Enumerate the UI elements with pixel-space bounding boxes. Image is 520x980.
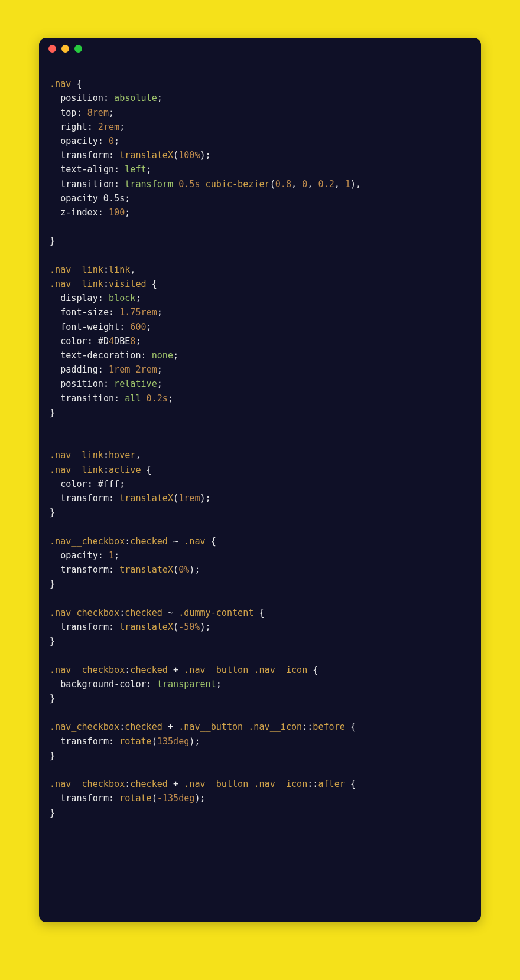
window-titlebar bbox=[39, 38, 481, 59]
close-icon[interactable] bbox=[48, 45, 56, 53]
zoom-icon[interactable] bbox=[74, 45, 82, 53]
code-block: .nav { position: absolute; top: 8rem; ri… bbox=[39, 59, 481, 831]
code-window: .nav { position: absolute; top: 8rem; ri… bbox=[39, 38, 481, 922]
minimize-icon[interactable] bbox=[61, 45, 69, 53]
